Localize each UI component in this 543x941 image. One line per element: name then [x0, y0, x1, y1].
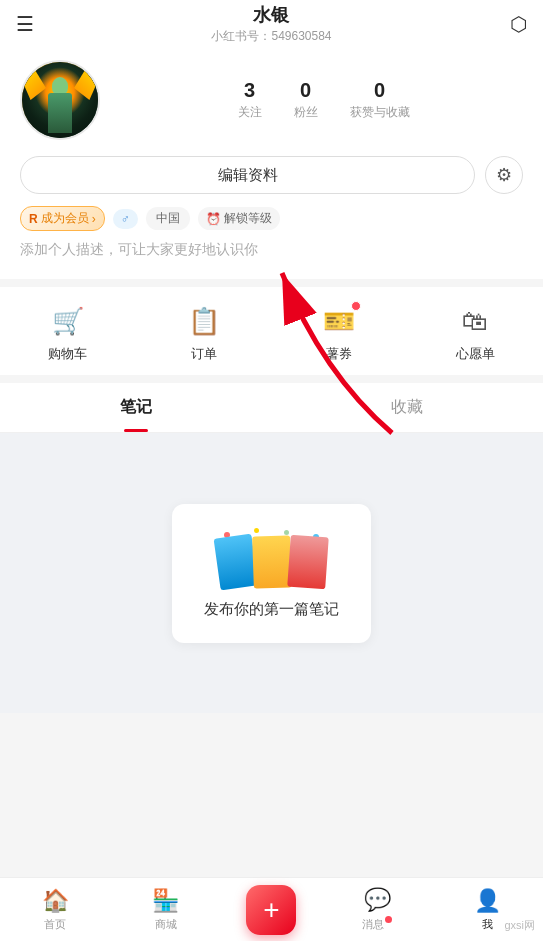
wishlist-icon-wrap: 🛍: [455, 303, 495, 339]
chevron-right-icon: ›: [92, 212, 96, 226]
cart-icon-wrap: 🛒: [48, 303, 88, 339]
confetti-dot-2: [254, 528, 259, 533]
location-label: 中国: [156, 210, 180, 227]
stat-following[interactable]: 3 关注: [238, 79, 262, 121]
profile-actions: 编辑资料 ⚙: [20, 156, 523, 194]
gender-icon: ♂: [121, 212, 130, 226]
location-tag: 中国: [146, 207, 190, 230]
member-label: 成为会员: [41, 210, 89, 227]
level-label: 解锁等级: [224, 210, 272, 227]
action-wishlist[interactable]: 🛍 心愿单: [455, 303, 495, 363]
avatar[interactable]: [20, 60, 100, 140]
fans-count: 0: [294, 79, 318, 102]
fans-label: 粉丝: [294, 105, 318, 119]
level-icon: ⏰: [206, 212, 221, 226]
avatar-circle: [20, 60, 100, 140]
wishlist-icon: 🛍: [462, 306, 488, 337]
header-center: 水银 小红书号：549630584: [211, 3, 331, 45]
avatar-figure: [48, 93, 72, 133]
tab-collections[interactable]: 收藏: [272, 383, 544, 432]
stat-likes[interactable]: 0 获赞与收藏: [350, 79, 410, 121]
bottom-nav: 🏠 首页 🏪 商城 + 💬 消息 👤 我: [0, 877, 543, 941]
coupon-icon: 🎫: [323, 306, 355, 337]
confetti-dot-4: [284, 530, 289, 535]
tabs-section: 笔记 收藏: [0, 383, 543, 713]
menu-icon[interactable]: ☰: [16, 12, 34, 36]
shop-icon: 🏪: [152, 888, 179, 914]
profile-top: 3 关注 0 粉丝 0 获赞与收藏: [20, 60, 523, 140]
message-label: 消息: [362, 916, 392, 932]
watermark: gxsi网: [504, 918, 535, 933]
order-label: 订单: [191, 345, 217, 363]
action-coupon[interactable]: 🎫 薯券: [319, 303, 359, 363]
empty-books-illustration: [204, 528, 339, 588]
profile-nav-label: 我: [482, 917, 493, 932]
tabs-header: 笔记 收藏: [0, 383, 543, 433]
member-tag[interactable]: R 成为会员 ›: [20, 206, 105, 231]
share-icon[interactable]: ⬡: [510, 12, 527, 36]
message-badge: [385, 916, 392, 923]
username-title: 水银: [211, 3, 331, 27]
order-icon-wrap: 📋: [184, 303, 224, 339]
profile-tags: R 成为会员 › ♂ 中国 ⏰ 解锁等级: [20, 206, 523, 231]
wishlist-label: 心愿单: [456, 345, 495, 363]
coupon-label: 薯券: [326, 345, 352, 363]
coupon-badge: [351, 301, 361, 311]
action-cart[interactable]: 🛒 购物车: [48, 303, 88, 363]
nav-shop[interactable]: 🏪 商城: [136, 888, 196, 932]
action-order[interactable]: 📋 订单: [184, 303, 224, 363]
content-area: 发布你的第一篇笔记: [0, 433, 543, 713]
plus-icon: +: [263, 896, 279, 924]
cart-label: 购物车: [48, 345, 87, 363]
add-button[interactable]: +: [246, 885, 296, 935]
message-icon: 💬: [364, 887, 391, 913]
stats-row: 3 关注 0 粉丝 0 获赞与收藏: [124, 79, 523, 121]
quick-actions: 🛒 购物车 📋 订单 🎫 薯券 🛍 心愿单: [0, 287, 543, 375]
watermark-text: gxsi网: [504, 919, 535, 931]
stat-fans[interactable]: 0 粉丝: [294, 79, 318, 121]
home-label: 首页: [44, 917, 66, 932]
gear-icon: ⚙: [496, 164, 512, 186]
shop-label: 商城: [155, 917, 177, 932]
following-label: 关注: [238, 105, 262, 119]
tab-notes[interactable]: 笔记: [0, 383, 272, 432]
likes-label: 获赞与收藏: [350, 105, 410, 119]
settings-button[interactable]: ⚙: [485, 156, 523, 194]
avatar-bg: [22, 62, 98, 138]
user-id-subtitle: 小红书号：549630584: [211, 28, 331, 45]
nav-home[interactable]: 🏠 首页: [25, 888, 85, 932]
empty-state-label: 发布你的第一篇笔记: [204, 600, 339, 619]
home-icon: 🏠: [42, 888, 69, 914]
following-count: 3: [238, 79, 262, 102]
edit-profile-button[interactable]: 编辑资料: [20, 156, 475, 194]
likes-count: 0: [350, 79, 410, 102]
book-yellow: [252, 535, 292, 588]
header: ☰ 水银 小红书号：549630584 ⬡: [0, 0, 543, 44]
level-tag[interactable]: ⏰ 解锁等级: [198, 207, 280, 230]
profile-nav-icon: 👤: [474, 888, 501, 914]
nav-messages[interactable]: 💬 消息: [347, 887, 407, 932]
cart-icon: 🛒: [52, 306, 84, 337]
empty-state-card[interactable]: 发布你的第一篇笔记: [172, 504, 371, 643]
profile-description[interactable]: 添加个人描述，可让大家更好地认识你: [20, 241, 523, 259]
member-r-label: R: [29, 212, 38, 226]
profile-section: 3 关注 0 粉丝 0 获赞与收藏 编辑资料 ⚙ R 成为会员 › ♂: [0, 44, 543, 279]
gender-tag: ♂: [113, 209, 138, 229]
order-icon: 📋: [188, 306, 220, 337]
coupon-icon-wrap: 🎫: [319, 303, 359, 339]
book-red: [287, 534, 329, 589]
book-blue: [213, 533, 258, 590]
